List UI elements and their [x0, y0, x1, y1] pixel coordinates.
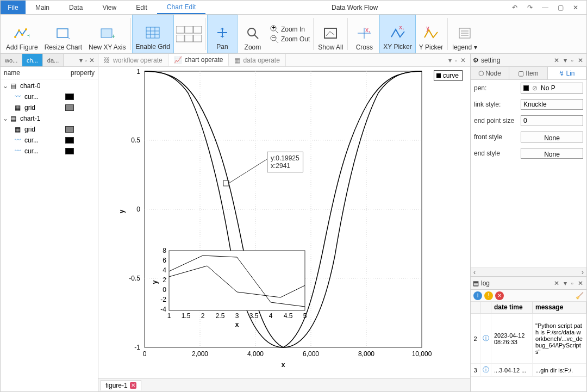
resize-chart-button[interactable]: Resize Chart [41, 15, 85, 53]
link-style-label: link style: [474, 101, 521, 108]
maximize-icon[interactable]: ▢ [555, 4, 566, 11]
show-all-button[interactable]: Show All [315, 15, 346, 53]
close-panel-icon[interactable]: ✕ [577, 57, 584, 64]
op-data-tab[interactable]: ▦data operate [229, 54, 285, 66]
svg-text:0: 0 [143, 350, 147, 358]
legend-icon [457, 25, 473, 41]
tree-chart-0[interactable]: ⌄▤chart-0 [3, 80, 96, 91]
svg-rect-17 [176, 35, 184, 42]
menu-chart-edit[interactable]: Chart Edit [157, 1, 205, 14]
y-picker-button[interactable]: y Y Picker [416, 15, 446, 53]
undo-icon[interactable]: ↶ [509, 4, 520, 11]
close-figure-icon[interactable]: ✕ [130, 382, 136, 389]
chart-legend: curve [434, 70, 463, 81]
error-filter-icon[interactable]: ✕ [495, 291, 504, 300]
zoom-in-button[interactable]: +Zoom In [270, 25, 310, 34]
zoom-button[interactable]: Zoom [238, 15, 268, 53]
pop-out-icon[interactable]: ▫ [570, 279, 574, 287]
menu-main[interactable]: Main [26, 1, 59, 14]
log-row[interactable]: 3 ⓘ ...3-04-12 ... ...gin dir is:F:/. [471, 364, 586, 377]
chart-canvas[interactable]: 02,0004,0006,0008,00010,000 x 10.50-0.5-… [98, 67, 470, 378]
svg-text:8,000: 8,000 [358, 350, 374, 358]
setting-tab-node[interactable]: ⬡Node [471, 67, 509, 79]
menu-edit[interactable]: Edit [126, 1, 157, 14]
zoom-out-button[interactable]: –Zoom Out [270, 35, 310, 43]
xy-picker-button[interactable]: x, y XY Picker [379, 15, 415, 53]
link-icon: ↯ [559, 70, 564, 77]
minimize-icon[interactable]: — [540, 4, 551, 11]
add-figure-button[interactable]: + Add Figure [3, 15, 41, 53]
op-workflow-tab[interactable]: ⛓workflow operate [98, 54, 168, 66]
pop-out-icon[interactable]: ▫ [85, 57, 87, 64]
svg-text:5: 5 [303, 312, 307, 320]
tree-grid-0[interactable]: ▦grid [3, 102, 96, 113]
new-xy-axis-button[interactable]: + New XY Axis [85, 15, 129, 53]
curve-icon: 〰 [15, 93, 22, 101]
info-filter-icon[interactable]: i [473, 291, 482, 300]
chart-icon: ▤ [10, 82, 18, 90]
svg-text:x: x [282, 361, 285, 369]
left-tab-chart[interactable]: ch... [22, 54, 43, 66]
chevron-down-icon[interactable]: ▾ [79, 57, 83, 64]
svg-text:1: 1 [136, 68, 140, 76]
grid-style-selector[interactable] [174, 15, 204, 53]
chevron-down-icon[interactable]: ▾ [563, 279, 568, 287]
y-picker-icon: y [423, 25, 439, 41]
link-style-field[interactable]: Knuckle [521, 99, 583, 110]
svg-text:-4: -4 [160, 306, 166, 313]
setting-tab-lin[interactable]: ↯Lin [548, 67, 586, 79]
pan-button[interactable]: Pan [207, 15, 238, 53]
grid-item-icon: ▦ [15, 126, 22, 133]
svg-point-0 [14, 36, 16, 38]
svg-rect-16 [193, 26, 202, 33]
svg-text:y: y [118, 209, 126, 213]
info-icon: ⓘ [483, 334, 489, 343]
svg-text:+: + [27, 32, 29, 39]
op-chart-tab[interactable]: 📈chart operate [168, 54, 229, 66]
tree-curve-1b[interactable]: 〰cur... [3, 146, 96, 157]
end-style-field[interactable]: None [521, 148, 583, 159]
front-style-field[interactable]: None [521, 132, 583, 142]
svg-rect-9 [146, 27, 159, 38]
cross-button[interactable]: x, y Cross [349, 15, 379, 53]
log-panel: ▤ log ✕ ▾ ▫ ✕ i ! ✕ 🧹 date time message [471, 276, 586, 391]
menu-data[interactable]: Data [59, 1, 92, 14]
svg-rect-14 [176, 26, 184, 33]
setting-tab-item[interactable]: ▢Item [509, 67, 548, 79]
svg-line-21 [254, 35, 258, 39]
end-point-field[interactable]: 0 [521, 115, 583, 126]
pop-out-icon[interactable]: ▫ [455, 57, 457, 64]
warn-filter-icon[interactable]: ! [484, 291, 493, 300]
tree-chart-1[interactable]: ⌄▤chart-1 [3, 113, 96, 124]
close-panel-icon[interactable]: ✕ [89, 57, 95, 64]
chevron-down-icon[interactable]: ▾ [448, 57, 452, 64]
file-menu[interactable]: File [1, 1, 26, 14]
h-scrollbar[interactable]: ‹› [471, 267, 586, 276]
close-icon[interactable]: ✕ [570, 4, 581, 11]
log-row[interactable]: 2 ⓘ 2023-04-12 08:26:33 "Python script p… [471, 314, 586, 364]
enable-grid-button[interactable]: Enable Grid [132, 15, 174, 53]
redo-icon[interactable]: ↷ [524, 4, 535, 11]
figure-tab-1[interactable]: figure-1✕ [101, 380, 141, 390]
close-setting-icon[interactable]: ✕ [553, 57, 560, 64]
tree-curve-0[interactable]: 〰cur... [3, 91, 96, 102]
log-col-date: date time [491, 302, 533, 313]
menu-view[interactable]: View [92, 1, 126, 14]
tree-grid-1[interactable]: ▦grid [3, 124, 96, 135]
close-log-tab-icon[interactable]: ✕ [553, 279, 560, 287]
chevron-down-icon[interactable]: ▾ [563, 57, 568, 64]
color-swatch [65, 94, 74, 100]
svg-point-20 [248, 28, 255, 36]
pen-field[interactable]: ⊘No P [521, 83, 583, 94]
svg-text:6: 6 [163, 257, 166, 264]
pop-out-icon[interactable]: ▫ [570, 57, 574, 64]
tree-curve-1a[interactable]: 〰cur... [3, 135, 96, 146]
left-tab-workflow[interactable]: wo... [1, 54, 22, 66]
left-tab-data[interactable]: da... [43, 54, 64, 66]
legend-button[interactable]: legend ▾ [449, 15, 480, 53]
close-panel-icon[interactable]: ✕ [577, 279, 584, 287]
svg-text:0: 0 [136, 206, 140, 213]
close-tab-icon[interactable]: ✕ [460, 57, 466, 64]
svg-line-23 [276, 30, 278, 33]
clear-log-icon[interactable]: 🧹 [576, 292, 584, 300]
